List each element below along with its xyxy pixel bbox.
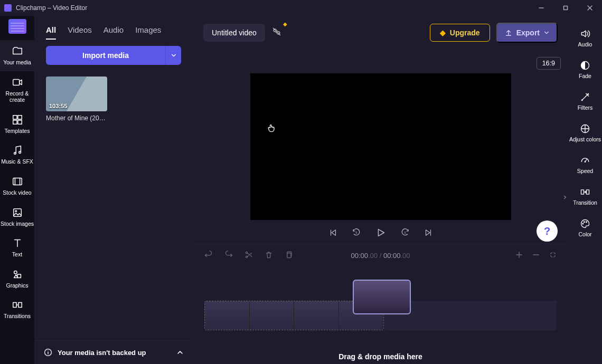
tab-all[interactable]: All [46, 25, 56, 40]
media-item[interactable]: 103:55 Mother of Mine (20… [46, 76, 107, 122]
aspect-ratio-button[interactable]: 16:9 [537, 57, 561, 70]
prop-adjust-colors[interactable]: Adjust colors [568, 118, 602, 148]
svg-rect-20 [13, 303, 16, 308]
svg-rect-46 [587, 190, 589, 194]
import-media-dropdown[interactable] [165, 46, 181, 65]
backup-notice-text: Your media isn't backed up [58, 349, 146, 357]
close-button[interactable] [578, 0, 602, 16]
chevron-up-icon[interactable] [177, 349, 183, 356]
svg-rect-4 [13, 79, 19, 85]
preview-stage: 16:9 5 5 ? [193, 50, 568, 244]
rail-transitions[interactable]: Transitions [0, 294, 34, 325]
timeline-drop-hint: Drag & drop media here [338, 352, 422, 361]
project-title-input[interactable]: Untitled video [203, 24, 265, 42]
zoom-in-button[interactable] [515, 251, 523, 260]
playback-transport: 5 5 [328, 227, 433, 238]
window-title: Clipchamp – Video Editor [16, 4, 87, 12]
import-media-button[interactable]: Import media [46, 46, 165, 65]
svg-point-15 [15, 210, 16, 212]
svg-point-44 [585, 161, 586, 162]
media-title: Mother of Mine (20… [46, 114, 107, 122]
help-button[interactable]: ? [537, 221, 558, 242]
svg-point-10 [18, 151, 21, 154]
props-collapse-button[interactable] [562, 185, 568, 210]
split-button[interactable] [244, 251, 253, 261]
step-forward-button[interactable]: 5 [400, 228, 410, 237]
maximize-button[interactable] [553, 0, 578, 16]
properties-rail: Audio Fade Filters Adjust colors Speed T… [568, 16, 602, 364]
rail-label: Graphics [6, 282, 28, 289]
step-back-button[interactable]: 5 [352, 228, 361, 237]
svg-point-41 [588, 93, 589, 94]
svg-rect-6 [17, 116, 21, 119]
rail-label: Templates [5, 128, 30, 135]
media-panel: All Videos Audio Images Import media 103… [34, 16, 193, 364]
svg-rect-45 [581, 190, 584, 194]
rail-your-media[interactable]: Your media [0, 40, 34, 71]
svg-point-47 [582, 224, 584, 225]
tab-images[interactable]: Images [135, 25, 161, 40]
app-logo-icon [4, 4, 12, 12]
media-tabs: All Videos Audio Images [34, 16, 193, 46]
tab-videos[interactable]: Videos [68, 25, 92, 40]
prop-speed[interactable]: Speed [568, 150, 602, 179]
rail-label: Stock video [3, 189, 31, 196]
nav-rail: Your media Record & create Templates Mus… [0, 16, 34, 364]
premium-gem-icon: ◆ [283, 21, 287, 27]
rail-label: Stock images [1, 221, 34, 227]
rail-stock-video[interactable]: Stock video [0, 170, 34, 202]
prop-audio[interactable]: Audio [568, 23, 602, 53]
rail-graphics[interactable]: Graphics [0, 263, 34, 294]
export-button[interactable]: Export [496, 23, 558, 43]
svg-rect-21 [18, 303, 21, 308]
prop-fade[interactable]: Fade [568, 55, 602, 84]
rail-label: Transitions [4, 313, 31, 320]
export-label: Export [516, 28, 540, 37]
rail-music-sfx[interactable]: Music & SFX [0, 139, 34, 170]
upgrade-button[interactable]: ◆ Upgrade [430, 24, 490, 42]
clipchamp-logo-icon[interactable] [8, 19, 26, 34]
zoom-out-button[interactable] [532, 251, 540, 260]
svg-rect-11 [13, 178, 22, 185]
rail-record-create[interactable]: Record & create [0, 71, 34, 109]
diamond-icon: ◆ [440, 28, 446, 37]
editor-center: Untitled video ◆ ◆ Upgrade Export [193, 16, 568, 364]
backup-notice-bar[interactable]: Your media isn't backed up [34, 340, 193, 364]
delete-button[interactable] [265, 251, 273, 261]
prop-color[interactable]: Color [568, 213, 602, 243]
svg-marker-31 [426, 230, 430, 236]
svg-point-40 [581, 100, 582, 101]
timeline-area[interactable]: Drag & drop media here [193, 267, 568, 364]
rail-templates[interactable]: Templates [0, 109, 34, 140]
redo-button[interactable] [224, 251, 233, 261]
play-button[interactable] [375, 227, 387, 238]
svg-point-9 [14, 152, 16, 155]
svg-point-49 [586, 222, 587, 223]
duplicate-button[interactable] [285, 251, 293, 261]
rail-text[interactable]: Text [0, 232, 34, 263]
svg-rect-7 [13, 120, 16, 124]
minimize-button[interactable] [529, 0, 553, 16]
svg-text:5: 5 [355, 231, 357, 234]
video-canvas[interactable] [250, 73, 511, 220]
info-icon [44, 348, 52, 357]
rail-stock-images[interactable]: Stock images [0, 202, 34, 233]
skip-start-button[interactable] [328, 228, 338, 237]
svg-point-48 [584, 222, 585, 223]
prop-transition[interactable]: Transition [568, 181, 602, 211]
ai-cleanup-button[interactable]: ◆ [271, 26, 282, 39]
media-thumbnail[interactable]: 103:55 [46, 76, 107, 111]
window-titlebar: Clipchamp – Video Editor [0, 0, 602, 16]
svg-marker-29 [378, 229, 384, 236]
upgrade-label: Upgrade [450, 28, 480, 37]
zoom-fit-button[interactable] [549, 251, 557, 260]
media-duration: 103:55 [49, 103, 67, 109]
skip-end-button[interactable] [424, 228, 433, 237]
svg-rect-35 [287, 253, 291, 258]
prop-filters[interactable]: Filters [568, 87, 602, 116]
undo-button[interactable] [204, 251, 213, 261]
svg-rect-1 [564, 6, 568, 10]
rail-label: Your media [3, 59, 31, 66]
tab-audio[interactable]: Audio [104, 25, 124, 40]
dragging-clip[interactable] [353, 280, 411, 314]
